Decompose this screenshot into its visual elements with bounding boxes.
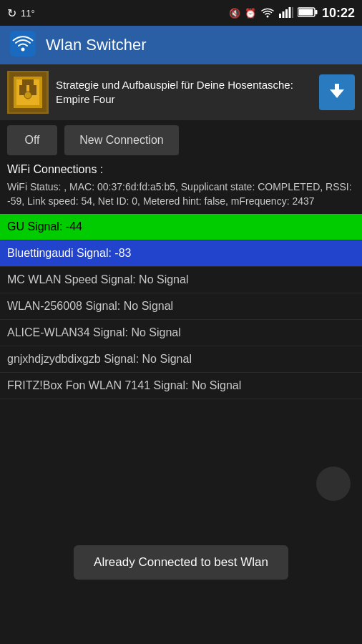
svg-rect-2 — [282, 11, 284, 18]
bottom-area: Already Connected to best Wlan — [0, 545, 362, 580]
new-connection-button[interactable]: New Connection — [64, 125, 179, 155]
svg-rect-3 — [285, 9, 288, 18]
mute-icon: 🔇 — [229, 8, 240, 19]
svg-rect-8 — [298, 9, 313, 15]
ad-banner: Strategie und Aufbauspiel für Deine Hose… — [0, 64, 362, 120]
status-bar: ↻ 11° 🔇 ⏰ — [0, 0, 362, 26]
network-item[interactable]: MC WLAN Speed Signal: No Signal — [0, 267, 362, 293]
svg-point-10 — [21, 48, 25, 52]
network-item[interactable]: gnjxhdjzydbdixgzb Signal: No Signal — [0, 346, 362, 373]
ad-download-button[interactable] — [319, 74, 355, 110]
network-item[interactable]: Bluettingaudi Signal: -83 — [0, 240, 362, 267]
network-item[interactable]: ALICE-WLAN34 Signal: No Signal — [0, 320, 362, 346]
svg-point-17 — [24, 92, 31, 99]
toast-message: Already Connected to best Wlan — [74, 545, 288, 580]
network-item[interactable]: WLAN-256008 Signal: No Signal — [0, 293, 362, 320]
wifi-status-icon — [260, 6, 275, 20]
refresh-icon: ↻ — [7, 6, 16, 20]
app-header: Wlan Switcher — [0, 26, 362, 64]
svg-rect-4 — [288, 7, 290, 18]
svg-rect-5 — [292, 7, 293, 18]
temperature: 11° — [21, 8, 35, 19]
toolbar: Off New Connection — [0, 120, 362, 160]
svg-rect-1 — [279, 14, 281, 18]
network-item[interactable]: GU Signal: -44 — [0, 214, 362, 240]
off-button[interactable]: Off — [7, 125, 57, 155]
alarm-icon: ⏰ — [245, 8, 256, 19]
svg-rect-7 — [315, 10, 317, 14]
wifi-status-text: WiFi Status: , MAC: 00:37:6d:fd:a5:b5, S… — [0, 177, 362, 214]
wifi-app-icon — [10, 31, 36, 59]
app-title: Wlan Switcher — [46, 36, 147, 54]
svg-point-0 — [266, 15, 268, 17]
fab-button[interactable] — [316, 467, 351, 501]
network-list: GU Signal: -44Bluettingaudi Signal: -83M… — [0, 214, 362, 399]
ad-image — [7, 71, 49, 114]
svg-rect-19 — [335, 84, 339, 91]
status-time: 10:22 — [322, 6, 355, 21]
battery-icon — [298, 7, 318, 19]
ad-text: Strategie und Aufbauspiel für Deine Hose… — [56, 78, 312, 107]
signal-bars-icon — [279, 6, 293, 20]
wifi-connections-label: WiFi Connections : — [0, 160, 362, 177]
network-item[interactable]: FRITZ!Box Fon WLAN 7141 Signal: No Signa… — [0, 373, 362, 399]
svg-rect-16 — [22, 79, 34, 85]
